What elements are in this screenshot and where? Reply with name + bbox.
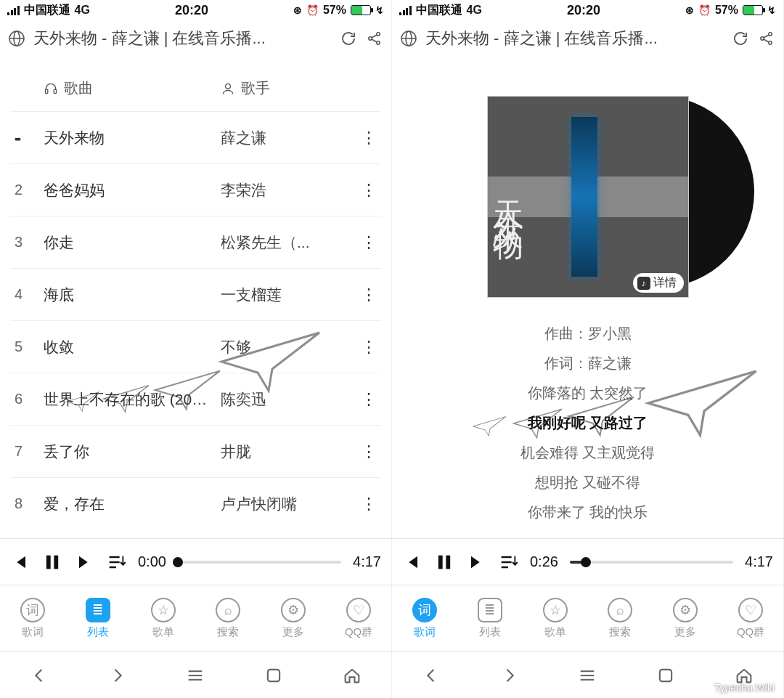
row-more-button[interactable]: ⋮ [356,285,381,304]
lyric-line: 我刚好呢 又路过了 [528,413,648,433]
row-more-button[interactable]: ⋮ [356,233,381,252]
song-row[interactable]: 3你走松紧先生（...⋮ [10,216,381,268]
row-more-button[interactable]: ⋮ [356,181,381,200]
song-row[interactable]: 7丢了你井胧⋮ [10,425,381,477]
song-row[interactable]: 天外来物薛之谦⋮ [10,111,381,163]
share-button[interactable] [365,29,384,48]
network-label: 4G [467,4,482,17]
page-title[interactable]: 天外来物 - 薛之谦 | 在线音乐播... [425,28,724,49]
home-button[interactable] [732,664,756,687]
detail-button[interactable]: ♪ 详情 [633,273,684,293]
lyric-line: 作曲：罗小黑 [544,324,632,344]
nav-more-label: 更多 [282,625,304,639]
nav-search[interactable]: ⌕搜索 [587,585,653,652]
order-button[interactable] [498,552,518,572]
home-button[interactable] [340,664,364,687]
pause-button[interactable] [434,552,454,572]
bottom-nav: 词歌词≣列表☆歌单⌕搜索⚙更多♡QQ群 [392,585,783,652]
prev-button[interactable] [402,552,422,572]
page-title[interactable]: 天外来物 - 薛之谦 | 在线音乐播... [33,28,332,49]
order-button[interactable] [106,552,126,572]
row-more-button[interactable]: ⋮ [356,495,381,514]
row-more-button[interactable]: ⋮ [356,442,381,461]
row-more-button[interactable]: ⋮ [356,129,381,147]
share-button[interactable] [757,29,776,48]
album-title-text: 天外來物 [492,101,528,293]
player-bar: 0:26 4:17 [392,538,783,585]
nav-more-icon: ⚙ [281,598,306,622]
carrier-label: 中国联通 [416,3,462,18]
album-cover[interactable]: 天外來物 ♪ 详情 [487,96,689,298]
current-time: 0:26 [530,553,558,570]
menu-button[interactable] [576,664,599,687]
browser-title-bar: 天外来物 - 薛之谦 | 在线音乐播... [0,20,391,57]
back-button[interactable] [420,664,443,687]
nav-qq[interactable]: ♡QQ群 [718,585,783,652]
nav-search-icon: ⌕ [608,598,632,622]
refresh-button[interactable] [339,29,358,48]
clock-label: 20:20 [567,3,600,18]
nav-playlist[interactable]: ☆歌单 [131,585,196,652]
row-artist: 不够 [221,337,356,357]
detail-button-label: 详情 [653,275,677,291]
menu-button[interactable] [184,664,207,687]
globe-icon [399,29,418,48]
nav-lyric-label: 歌词 [414,625,436,639]
nav-lyric[interactable]: 词歌词 [0,585,65,652]
next-button[interactable] [74,552,94,572]
nav-more[interactable]: ⚙更多 [653,585,718,652]
nav-playlist-icon: ☆ [543,598,568,622]
globe-icon [7,29,26,48]
carrier-label: 中国联通 [24,3,70,18]
signal-icon [7,5,20,15]
headphone-icon [44,81,58,96]
row-more-button[interactable]: ⋮ [356,390,381,409]
next-button[interactable] [466,552,486,572]
nav-list[interactable]: ≣列表 [457,585,523,652]
row-index: 7 [10,443,44,460]
browser-toolbar [392,652,783,698]
nav-lyric[interactable]: 词歌词 [392,585,457,652]
nav-search[interactable]: ⌕搜索 [195,585,261,652]
row-more-button[interactable]: ⋮ [356,338,381,357]
forward-button[interactable] [498,664,521,687]
prev-button[interactable] [10,552,30,572]
back-button[interactable] [28,664,51,687]
refresh-button[interactable] [731,29,750,48]
nav-playlist[interactable]: ☆歌单 [523,585,588,652]
tabs-button[interactable] [654,664,677,687]
row-artist: 陈奕迅 [221,389,356,410]
music-note-icon: ♪ [637,277,650,290]
progress-bar[interactable] [570,561,733,564]
song-row[interactable]: 5收敛不够⋮ [10,320,381,373]
song-row[interactable]: 6世界上不存在的歌 (2020重...陈奕迅⋮ [10,373,381,425]
nav-qq-icon: ♡ [738,598,763,622]
row-title: 爸爸妈妈 [44,180,221,200]
browser-toolbar [0,652,391,698]
nav-list-icon: ≣ [478,598,502,622]
alarm-icon: ⏰ [306,4,319,16]
song-row[interactable]: 2爸爸妈妈李荣浩⋮ [10,163,381,216]
browser-title-bar: 天外来物 - 薛之谦 | 在线音乐播... [392,20,783,57]
person-icon [221,81,235,96]
row-title: 爱，存在 [44,494,221,514]
forward-button[interactable] [106,664,129,687]
bottom-nav: 词歌词≣列表☆歌单⌕搜索⚙更多♡QQ群 [0,585,391,652]
status-bar: 中国联通 4G 20:20 ⊛ ⏰ 57% ↯ [0,0,391,20]
signal-icon [399,5,412,15]
network-label: 4G [75,4,90,17]
song-list-content: 歌曲 歌手 天外来物薛之谦⋮2爸爸妈妈李荣浩⋮3你走松紧先生（...⋮4海底一支… [0,57,391,538]
tabs-button[interactable] [262,664,285,687]
progress-bar[interactable] [178,561,341,564]
nav-qq[interactable]: ♡QQ群 [326,585,391,652]
nav-list-icon: ≣ [86,598,110,622]
row-artist: 井胧 [221,442,356,462]
song-row[interactable]: 4海底一支榴莲⋮ [10,268,381,320]
pause-button[interactable] [42,552,62,572]
nav-list[interactable]: ≣列表 [65,585,131,652]
nav-more[interactable]: ⚙更多 [261,585,326,652]
artist-column-label: 歌手 [241,78,270,98]
lyrics-box[interactable]: 作曲：罗小黑作词：薛之谦你降落的 太突然了我刚好呢 又路过了机会难得 又主观觉得… [402,324,773,522]
row-index: 2 [10,182,44,198]
song-row[interactable]: 8爱，存在卢卢快闭嘴⋮ [10,477,381,529]
